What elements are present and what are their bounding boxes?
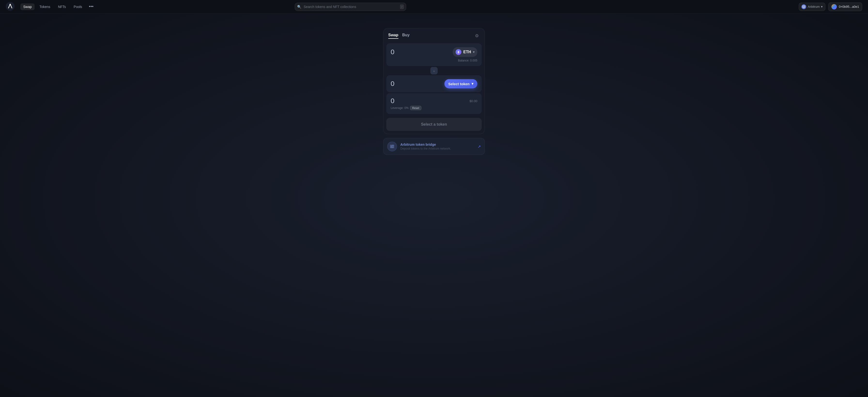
- bridge-arrow-icon: ↗: [477, 144, 481, 149]
- nav-right: Arbitrum ▾ 0×0b95...a0e1: [799, 2, 862, 11]
- card-tabs: Swap Buy: [388, 33, 409, 39]
- leverage-amount-input[interactable]: [391, 97, 429, 105]
- nav-pools[interactable]: Pools: [71, 3, 85, 10]
- balance-display: Balance: 0.005: [391, 59, 477, 62]
- settings-button[interactable]: ⚙: [474, 32, 480, 39]
- to-amount-input[interactable]: [391, 80, 429, 88]
- tab-swap[interactable]: Swap: [388, 33, 398, 39]
- select-token-chevron-icon: ▾: [471, 81, 473, 86]
- nav-nfts[interactable]: NFTs: [55, 3, 69, 10]
- bridge-description: Deposit tokens to the Arbitrum network.: [400, 147, 474, 150]
- card-header: Swap Buy ⚙: [383, 28, 485, 42]
- svg-point-3: [393, 145, 393, 145]
- swap-arrow-icon: ↓: [433, 69, 435, 73]
- eth-chevron-icon: ▾: [473, 51, 474, 54]
- svg-point-0: [6, 2, 14, 11]
- nav-tokens[interactable]: Tokens: [37, 3, 53, 10]
- to-row: Select token ▾: [391, 79, 477, 88]
- bridge-icon: [387, 142, 397, 151]
- main-content: Swap Buy ⚙ ETH ▾ B: [0, 13, 868, 169]
- search-bar: 🔍 /: [295, 3, 406, 11]
- tab-buy[interactable]: Buy: [402, 33, 409, 39]
- search-input[interactable]: [295, 3, 406, 11]
- wallet-avatar: [831, 4, 837, 9]
- wallet-button[interactable]: 0×0b95...a0e1: [828, 2, 862, 11]
- svg-point-4: [392, 147, 392, 148]
- usd-value: $0.00: [469, 99, 477, 103]
- eth-token-icon: [456, 49, 461, 55]
- leverage-label: Leverage: 0%: [391, 106, 409, 110]
- network-icon: [801, 4, 806, 9]
- cta-section: Select a token: [383, 115, 485, 134]
- leverage-info: Leverage: 0% Reset: [391, 106, 477, 110]
- app-logo[interactable]: [6, 2, 14, 12]
- network-chevron-icon: ▾: [821, 5, 823, 8]
- swap-card: Swap Buy ⚙ ETH ▾ B: [383, 28, 485, 134]
- reset-button[interactable]: Reset: [410, 106, 422, 110]
- select-token-label: Select token: [448, 82, 470, 86]
- leverage-top: $0.00: [391, 97, 477, 105]
- from-section: ETH ▾ Balance: 0.005: [386, 43, 482, 66]
- to-section: Select token ▾: [386, 75, 482, 92]
- from-amount-input[interactable]: [391, 48, 429, 56]
- search-shortcut: /: [400, 5, 404, 9]
- network-selector[interactable]: Arbitrum ▾: [799, 3, 826, 11]
- from-row: ETH ▾: [391, 47, 477, 57]
- svg-point-2: [391, 146, 392, 147]
- nav-links: Swap Tokens NFTs Pools •••: [20, 3, 95, 10]
- wallet-address: 0×0b95...a0e1: [839, 5, 859, 8]
- swap-direction-button[interactable]: ↓: [430, 67, 438, 75]
- eth-token-button[interactable]: ETH ▾: [453, 47, 477, 57]
- svg-point-1: [9, 4, 11, 5]
- select-token-button[interactable]: Select token ▾: [444, 79, 477, 88]
- select-token-cta-button[interactable]: Select a token: [386, 118, 482, 131]
- bridge-text: Arbitrum token bridge Deposit tokens to …: [400, 142, 474, 150]
- swap-arrow-container: ↓: [383, 67, 485, 75]
- eth-token-label: ETH: [463, 50, 471, 54]
- nav-swap[interactable]: Swap: [20, 3, 35, 10]
- leverage-section: $0.00 Leverage: 0% Reset: [386, 93, 482, 114]
- navbar: Swap Tokens NFTs Pools ••• 🔍 / Arbitrum …: [0, 0, 868, 13]
- search-icon: 🔍: [297, 5, 301, 9]
- bridge-title: Arbitrum token bridge: [400, 142, 474, 146]
- nav-more[interactable]: •••: [87, 3, 95, 10]
- network-label: Arbitrum: [808, 5, 819, 8]
- bridge-banner[interactable]: Arbitrum token bridge Deposit tokens to …: [383, 138, 485, 155]
